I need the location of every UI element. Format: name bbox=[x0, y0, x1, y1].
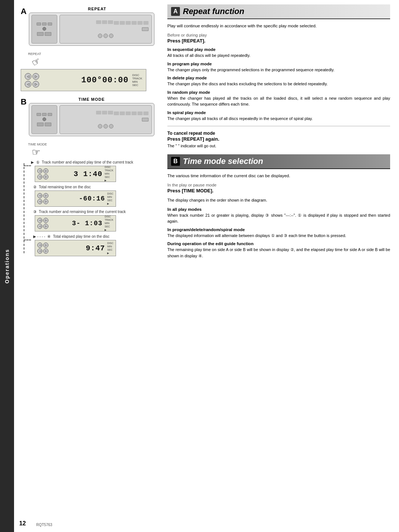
time-display-item-1: ▶ ① Track number and elapsed play time o… bbox=[31, 160, 154, 182]
player-buttons-top2 bbox=[37, 32, 51, 36]
timemode-hand-label: TIME MODE bbox=[28, 143, 47, 146]
sec-lbl-2: SEC bbox=[107, 199, 113, 202]
mode-program-title: In program play mode bbox=[167, 62, 390, 66]
display-key7 bbox=[132, 21, 137, 25]
time-display-panel-3: ◁ ▷ ◁ ▷ 3- 1:03 DISC bbox=[35, 215, 116, 231]
repeat-hand-label: REPEAT bbox=[28, 52, 41, 56]
ctrl-row-1: ◁ ▷ bbox=[25, 73, 39, 80]
main-content: A REPEAT bbox=[14, 0, 399, 532]
section-a-right: Play will continue endlessly in accordan… bbox=[167, 23, 390, 149]
sidebar-label: Operations bbox=[4, 249, 10, 284]
mode-all-play-text: When track number 21 or greater is playi… bbox=[167, 212, 390, 224]
dashed-h-1 bbox=[24, 165, 31, 166]
page-code-text: RQT5763 bbox=[36, 523, 52, 527]
mode-all-play: In all play modes When track number 21 o… bbox=[167, 207, 390, 224]
time-display-item-2: ② Total remaining time on the disc ◁ ▷ ◁… bbox=[31, 185, 154, 207]
play-pause-label: In the play or pause mode bbox=[167, 183, 390, 187]
section-b-left: B TIME MODE bbox=[21, 97, 154, 256]
arrow-lbl-4: ▶ bbox=[107, 252, 113, 255]
hand-timemode-container: TIME MODE ☞ bbox=[21, 141, 154, 158]
time-display-item-4: ▶ - - - - ④ Total elapsed play time on t… bbox=[31, 234, 154, 256]
ctrl-btn-2 bbox=[103, 34, 108, 38]
mode-program-text: The changer plays only the programmed se… bbox=[167, 67, 390, 73]
display-key4 bbox=[114, 21, 119, 25]
mode-delete: In delete play mode The changer plays th… bbox=[167, 76, 390, 87]
time-ctrl-row-4b: ◁ ▷ bbox=[37, 248, 48, 254]
time-ctrl-c-14: ▷ bbox=[43, 243, 48, 248]
mode-program: In program play mode The changer plays o… bbox=[167, 62, 390, 73]
sec-lbl-4: SEC bbox=[107, 248, 113, 251]
player-btn-b2 bbox=[42, 113, 47, 116]
time-ctrl-row-1a: ◁ ▷ bbox=[37, 168, 48, 174]
disc-lbl-2: DISC bbox=[107, 192, 113, 195]
press-repeat-command: Press [REPEAT]. bbox=[167, 38, 390, 44]
display-key6 bbox=[126, 21, 131, 25]
section-a-badge: A bbox=[171, 7, 180, 16]
disc-lbl-3: DISC bbox=[105, 215, 113, 218]
time-ctrl-c-2: ▷ bbox=[43, 168, 48, 174]
time-display-panel-2: ◁ ▷ ◁ ▷ -60:16 DISC bbox=[35, 191, 116, 207]
track-label: TRACK bbox=[132, 77, 142, 80]
front-slot bbox=[142, 27, 149, 31]
mode-program-delete-text: The displayed information will alternate… bbox=[167, 233, 390, 239]
display-key2 bbox=[102, 20, 107, 24]
mode-edit-guide: During operation of the edit guide funct… bbox=[167, 241, 390, 259]
min-lbl-2: MIN bbox=[107, 196, 113, 198]
circled-num-1: ① bbox=[36, 160, 40, 164]
disc-track-labels: DISC TRACK MIN SEC bbox=[132, 73, 142, 87]
player-buttons-bot2 bbox=[37, 123, 51, 126]
time-display-1-text: 3 1:40 bbox=[74, 170, 102, 178]
time-ctrl-row-3a: ◁ ▷ bbox=[37, 218, 48, 223]
time-displays-container: ▶ ① Track number and elapsed play time o… bbox=[21, 160, 154, 256]
section-a-title: Repeat function bbox=[183, 7, 244, 16]
cd-player-top bbox=[29, 13, 154, 46]
display-key8 bbox=[137, 21, 143, 25]
display-2-label: Total remaining time on the disc bbox=[39, 185, 91, 189]
time-ctrl-row-2b: ◁ ▷ bbox=[37, 199, 48, 204]
mode-spiral: In spiral play mode The changer plays al… bbox=[167, 110, 390, 122]
display-changes-text: The display changes in the order shown i… bbox=[167, 197, 390, 203]
time-ctrl-c-10: ▷ bbox=[43, 218, 48, 223]
mode-sequential-text: All tracks of all discs will be played r… bbox=[167, 52, 390, 59]
circled-num-4: ④ bbox=[47, 234, 51, 238]
time-ctrl-c-7: ◁ bbox=[37, 199, 42, 204]
arrow-lbl-2: ▶ bbox=[107, 202, 113, 205]
ctrl-circle-4: ▷ bbox=[33, 81, 39, 87]
mode-program-delete-title: In program/delete/random/spiral mode bbox=[167, 227, 390, 232]
press-time-command: Press [TIME MODE]. bbox=[167, 188, 390, 193]
time-ctrl-row-3b: ◁ ▷ bbox=[37, 224, 48, 229]
hand-repeat-icon: ☞ bbox=[30, 55, 42, 69]
mode-delete-title: In delete play mode bbox=[167, 76, 390, 80]
player-circle-top bbox=[42, 27, 46, 31]
display-3-label: Track number and remaining time of the c… bbox=[39, 210, 126, 214]
display-key9 bbox=[143, 21, 149, 25]
page-code: RQT5763 bbox=[36, 523, 52, 527]
time-display-item-3: ③ Track number and remaining time of the… bbox=[31, 210, 154, 231]
time-ctrl-c-6: ▷ bbox=[43, 193, 48, 198]
time-ctrl-c-8: ▷ bbox=[43, 199, 48, 204]
player-btn3 bbox=[48, 23, 52, 25]
arrow-4: ▶ - - - - bbox=[33, 234, 45, 238]
circled-num-3: ③ bbox=[33, 210, 37, 214]
arrow-1: ▶ bbox=[31, 160, 34, 164]
section-b-letter-left: B bbox=[21, 97, 27, 107]
mode-sequential: In sequential play mode All tracks of al… bbox=[167, 47, 390, 59]
mode-random-title: In random play mode bbox=[167, 90, 390, 95]
dashed-h-4 bbox=[24, 240, 31, 240]
time-ctrl-c-1: ◁ bbox=[37, 168, 42, 174]
right-column: A Repeat function Play will continue end… bbox=[160, 0, 399, 262]
time-display-3-text: 3- 1:03 bbox=[72, 220, 103, 227]
player-btn-b1 bbox=[37, 113, 41, 116]
sidebar: Operations bbox=[0, 0, 14, 532]
ctrl-row-2: ◁ ▷ bbox=[25, 81, 39, 87]
min-lbl-3: MIN bbox=[105, 222, 113, 224]
mode-spiral-text: The changer plays all tracks of all disc… bbox=[167, 116, 390, 122]
mode-random-text: When the changer has played all the trac… bbox=[167, 95, 390, 107]
disc-controls-repeat: ◁ ▷ ◁ ▷ bbox=[25, 73, 39, 87]
min-lbl-1: MIN bbox=[105, 172, 113, 175]
disc-lbl-4: DISC bbox=[107, 242, 113, 244]
time-ctrl-row-1b: ◁ ▷ bbox=[37, 174, 48, 179]
player-right-panel-bot bbox=[59, 105, 152, 134]
time-ctrl-c-16: ▷ bbox=[43, 248, 48, 254]
sec-lbl-3: SEC bbox=[105, 225, 113, 228]
